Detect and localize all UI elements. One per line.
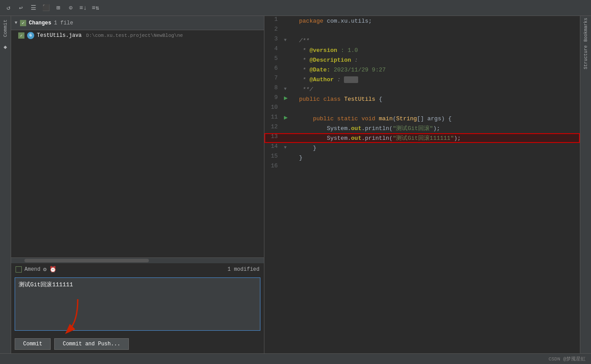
table-row: 4 * @version : 1.0 <box>264 45 580 55</box>
changes-checkbox[interactable]: ✓ <box>20 20 26 26</box>
line-number: 13 <box>264 133 282 143</box>
line-number: 5 <box>264 55 282 65</box>
amend-label: Amend <box>24 266 40 273</box>
undo-icon[interactable]: ↩ <box>16 3 26 13</box>
line-number: 9 <box>264 94 282 104</box>
file-type-icon: G <box>27 32 34 39</box>
line-number: 1 <box>264 16 282 26</box>
code-area: 1package com.xu.utils;23▼/**4 * @version… <box>264 16 580 353</box>
line-code: package com.xu.utils; <box>296 16 580 26</box>
line-gutter: ▼ <box>282 36 296 45</box>
code-token: /** <box>299 37 309 44</box>
line-gutter <box>282 55 296 65</box>
settings-icon[interactable]: ⚙ <box>43 266 47 273</box>
line-gutter: ▼ <box>282 84 296 94</box>
table-row: 14▼ } <box>264 143 580 153</box>
code-token: public <box>313 115 334 122</box>
line-code: * @Description : <box>296 55 580 65</box>
table-row: 12 System.out.println("测试Git回滚"); <box>264 123 580 133</box>
line-code: } <box>296 143 580 153</box>
table-row: 3▼/** <box>264 36 580 45</box>
file-checkbox[interactable]: ✓ <box>18 32 24 39</box>
left-panel: ▼ ✓ Changes 1 file ✓ G TestUtils.java D:… <box>11 16 264 353</box>
amend-bar: Amend ⚙ ⏰ 1 modified <box>11 263 264 276</box>
code-token: void <box>361 115 375 122</box>
code-token: * <box>299 57 309 63</box>
line-number: 8 <box>264 84 282 94</box>
line-number: 15 <box>264 153 282 162</box>
compare-icon[interactable]: ☰ <box>28 3 38 13</box>
table-row: 11▶ public static void main(String[] arg… <box>264 114 580 123</box>
line-number: 16 <box>264 162 282 172</box>
refresh-icon[interactable]: ↺ <box>4 3 13 13</box>
structure-tab[interactable]: Structure <box>582 44 590 71</box>
commit-side-tab[interactable]: Commit <box>1 16 10 41</box>
file-path: D:\com.xu.test.project\NewBlog\ne <box>86 33 183 38</box>
line-number: 3 <box>264 36 282 45</box>
filter-icon[interactable]: ≡⇅ <box>91 3 100 13</box>
history-icon[interactable]: ⏰ <box>49 266 56 273</box>
sort-icon[interactable]: ≡↓ <box>78 3 88 13</box>
table-row: 7 * @Author : ████ <box>264 75 580 84</box>
line-code: * @version : 1.0 <box>296 45 580 55</box>
scrollbar-thumb <box>24 259 149 262</box>
blurred-value: ████ <box>344 76 358 83</box>
changes-header: ▼ ✓ Changes 1 file <box>11 16 264 30</box>
commit-button[interactable]: Commit <box>15 338 51 350</box>
line-code: * @Author : ████ <box>296 75 580 84</box>
line-code: System.out.println("测试Git回滚"); <box>296 123 580 133</box>
run-icon[interactable]: ▶ <box>284 95 288 102</box>
fold-icon[interactable]: ▼ <box>284 145 287 150</box>
code-token: package <box>299 18 323 24</box>
line-gutter <box>282 162 296 172</box>
amend-left: Amend ⚙ ⏰ <box>16 266 56 273</box>
table-row: 9▶public class TestUtils { <box>264 94 580 104</box>
changes-title: Changes <box>29 20 51 26</box>
view-icon[interactable]: ⊙ <box>66 3 76 13</box>
code-token: **/ <box>299 86 313 93</box>
line-gutter <box>282 65 296 75</box>
scrollbar-area[interactable] <box>11 258 264 263</box>
run-icon[interactable]: ▶ <box>284 114 288 121</box>
right-side-tabs: Bookmarks Structure <box>580 16 591 353</box>
list-item[interactable]: ✓ G TestUtils.java D:\com.xu.test.projec… <box>11 30 264 41</box>
modified-count: 1 modified <box>228 266 260 273</box>
code-token: main <box>379 115 393 122</box>
line-gutter <box>282 26 296 36</box>
commit-buttons: Commit Commit and Push... <box>11 335 264 353</box>
commit-push-button[interactable]: Commit and Push... <box>54 338 129 350</box>
code-token: : 1.0 <box>337 47 358 54</box>
line-number: 7 <box>264 75 282 84</box>
right-panel: 1package com.xu.utils;23▼/**4 * @version… <box>264 16 580 353</box>
code-token: : <box>351 57 358 63</box>
code-token: "测试Git回滚111111" <box>393 135 454 142</box>
line-gutter: ▶ <box>282 114 296 123</box>
line-gutter <box>282 153 296 162</box>
code-token: "测试Git回滚" <box>393 125 433 132</box>
line-code: System.out.println("测试Git回滚111111"); <box>296 133 580 143</box>
line-code: } <box>296 153 580 162</box>
line-code <box>296 162 580 172</box>
table-row: 13 System.out.println("测试Git回滚111111"); <box>264 133 580 143</box>
line-number: 11 <box>264 114 282 123</box>
diamond-icon[interactable]: ◆ <box>2 41 9 53</box>
save-icon[interactable]: ⬛ <box>41 3 51 13</box>
changes-count: 1 file <box>54 20 73 26</box>
fold-icon[interactable]: ▼ <box>284 87 287 91</box>
fold-icon[interactable]: ▼ <box>284 38 287 43</box>
watermark-text: CSDN @梦魇星虹 <box>548 356 586 362</box>
toolbar: ↺ ↩ ☰ ⬛ ⊞ ⊙ ≡↓ ≡⇅ <box>0 0 591 16</box>
code-token: * <box>299 67 309 73</box>
line-code <box>296 104 580 114</box>
amend-checkbox[interactable] <box>16 266 22 273</box>
table-row: 8▼ **/ <box>264 84 580 94</box>
code-token: 2023/11/29 9:27 <box>330 67 386 73</box>
bookmarks-tab[interactable]: Bookmarks <box>582 16 590 44</box>
commit-message-input[interactable] <box>15 277 260 331</box>
line-gutter <box>282 104 296 114</box>
diff-icon[interactable]: ⊞ <box>53 3 63 13</box>
line-gutter: ▶ <box>282 94 296 104</box>
table-row: 15} <box>264 153 580 162</box>
changes-list: ✓ G TestUtils.java D:\com.xu.test.projec… <box>11 30 264 257</box>
line-number: 10 <box>264 104 282 114</box>
